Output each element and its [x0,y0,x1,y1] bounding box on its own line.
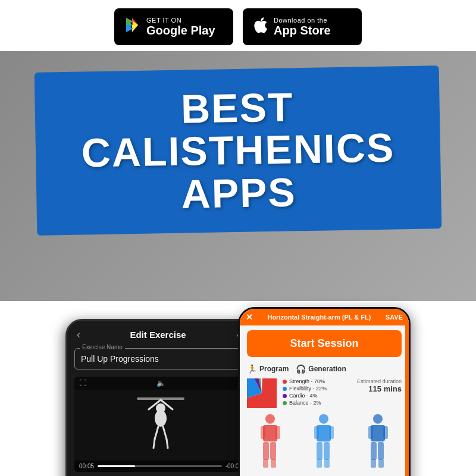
hero-banner: BEST CALISTHENICS APPS [0,51,476,301]
progress-bar[interactable] [98,465,222,467]
left-phone-screen: ‹ Edit Exercise ✓ Exercise Name Pull Up … [67,321,254,476]
svg-rect-33 [314,426,319,439]
app-store-text: Download on the App Store [274,17,331,37]
svg-rect-44 [378,442,384,460]
close-icon[interactable]: ✕ [246,312,253,322]
right-phone-top-bar: ✕ Horizontal Straight-arm (PL & FL) SAVE [240,309,409,325]
cardio-dot [283,394,287,398]
body-back-blue [359,413,397,469]
google-play-text: GET IT ON Google Play [146,17,215,37]
svg-rect-26 [275,426,280,439]
app-store-small-text: Download on the [274,17,331,24]
right-phone-screen: ✕ Horizontal Straight-arm (PL & FL) SAVE… [240,309,409,476]
video-controls: 00:05 -00:00 [74,461,247,472]
app-store-large-text: App Store [274,24,331,37]
phones-area: ‹ Edit Exercise ✓ Exercise Name Pull Up … [0,301,476,476]
expand-icon[interactable]: ⛶ [79,379,86,387]
store-badges-area: GET IT ON Google Play Download on the Ap… [0,0,476,51]
svg-rect-37 [317,459,322,468]
generation-icon: 🎧 [296,364,306,374]
svg-rect-36 [324,442,330,460]
svg-line-17 [154,439,155,448]
program-label: Program [259,365,289,373]
volume-icon[interactable]: 🔈 [156,379,165,387]
svg-rect-34 [329,426,334,439]
svg-point-23 [265,414,275,424]
left-phone: ‹ Edit Exercise ✓ Exercise Name Pull Up … [65,319,256,476]
svg-rect-45 [371,459,376,468]
stat-strength: Strength - 70% [283,378,351,384]
video-area: ⛶ 🔈 ⋮ [74,377,247,472]
hero-title: BEST CALISTHENICS APPS [58,84,418,218]
svg-rect-27 [263,442,269,460]
stat-cardio: Cardio - 4% [283,393,351,399]
svg-point-31 [319,414,328,424]
svg-rect-29 [263,459,268,468]
svg-rect-42 [383,426,388,439]
apple-icon [252,17,268,37]
google-play-small-text: GET IT ON [146,17,215,24]
save-button[interactable]: SAVE [386,314,403,321]
svg-point-14 [156,403,165,413]
duration-value: 115 mins [357,384,402,393]
exercise-name-value: Pull Up Progressions [81,354,159,364]
svg-line-18 [167,439,168,448]
google-play-icon [124,17,140,37]
app-store-badge[interactable]: Download on the App Store [243,8,362,45]
time-current: 00:05 [79,463,94,469]
google-play-badge[interactable]: GET IT ON Google Play [114,8,233,45]
balance-dot [283,401,287,405]
start-session-button[interactable]: Start Session [247,330,402,357]
video-top-bar: ⛶ 🔈 ⋮ [74,377,247,390]
pie-chart [247,378,277,408]
back-arrow-icon[interactable]: ‹ [77,328,80,341]
svg-rect-30 [271,459,276,468]
svg-rect-38 [324,459,330,468]
strength-dot [283,380,287,384]
stat-flexibility: Flexibility - 22% [283,386,351,392]
progress-fill [98,465,135,467]
program-tabs: 🏃 Program 🎧 Generation [240,362,409,376]
exercise-name-box[interactable]: Exercise Name Pull Up Progressions [74,348,247,369]
athlete-svg [131,389,190,460]
program-icon: 🏃 [247,364,257,374]
svg-rect-46 [378,459,384,468]
stats-row: Strength - 70% Flexibility - 22% Cardio … [240,376,409,411]
svg-rect-28 [270,442,276,460]
duration-label: Estimated duration [357,378,402,384]
stats-list: Strength - 70% Flexibility - 22% Cardio … [283,378,351,407]
body-front-blue [305,413,343,469]
exercise-title-text: Horizontal Straight-arm (PL & FL) [253,314,386,321]
svg-rect-41 [368,426,373,439]
stat-balance: Balance - 2% [283,400,351,406]
svg-rect-25 [261,426,265,439]
duration-info: Estimated duration 115 mins [357,378,402,393]
body-figures [240,411,409,472]
edit-exercise-title: Edit Exercise [130,330,186,340]
svg-line-15 [155,427,158,439]
svg-point-39 [373,414,383,424]
generation-label: Generation [308,365,346,373]
body-front-red [251,413,290,469]
hero-title-box: BEST CALISTHENICS APPS [35,65,442,236]
right-phone: ✕ Horizontal Straight-arm (PL & FL) SAVE… [238,307,411,476]
svg-line-16 [163,427,167,439]
google-play-large-text: Google Play [146,24,215,37]
exercise-name-label: Exercise Name [80,344,125,350]
svg-rect-35 [317,442,322,460]
program-tab[interactable]: 🏃 Program [247,364,289,374]
flexibility-dot [283,387,287,391]
left-phone-header: ‹ Edit Exercise ✓ [67,321,254,346]
svg-rect-43 [371,442,377,460]
generation-tab[interactable]: 🎧 Generation [296,364,346,374]
